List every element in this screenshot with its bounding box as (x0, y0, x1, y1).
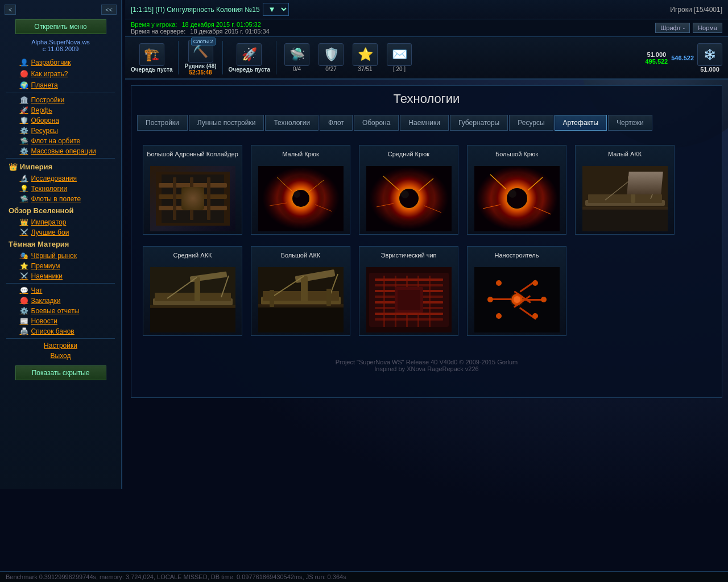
footer-line1: Project "SuperNova.WS" Release 40 V40d0 … (143, 359, 710, 365)
emperor-icon: 👑 (20, 218, 28, 226)
artifact-img-nanobuilder (473, 265, 561, 334)
total-value: 546.522 (671, 55, 694, 61)
queue2-label: Очередь пуста (229, 66, 270, 73)
tab-fleet[interactable]: Флот (320, 115, 353, 131)
sidebar-item-fleet-orbit[interactable]: 🛸 Флот на орбите (15, 136, 106, 146)
sidebar-item-mercenaries[interactable]: ⚔️ Наемники (15, 271, 106, 281)
sidebar-item-planet[interactable]: 🌍 Планета (15, 80, 106, 91)
font-minus-button[interactable]: Шрифт - (655, 23, 690, 33)
sidebar-item-chat[interactable]: 💬 Чат (15, 285, 106, 296)
tab-moon-buildings[interactable]: Лунные постройки (189, 115, 264, 131)
stat3-value: 37/51 (358, 66, 373, 72)
research-icon: 🔬 (20, 174, 28, 182)
tab-buildings[interactable]: Постройки (137, 115, 188, 131)
sidebar-item-best-fights[interactable]: ⚔️ Лучшие бои (15, 227, 106, 238)
svg-rect-48 (155, 293, 231, 301)
colony-name: [1:1:15] (П) Сингулярность Колония №15 (131, 6, 260, 14)
hook-small-visual (258, 166, 344, 231)
svg-rect-4 (159, 206, 227, 210)
page-title: Технологии (137, 92, 716, 106)
sidebar-item-developer[interactable]: 👤 Разработчик (15, 57, 106, 68)
artifact-img-hook-large (473, 164, 561, 232)
artifact-card-hook-large[interactable]: Большой Крюк (467, 145, 566, 235)
sidebar-item-premium[interactable]: ⭐ Премиум (15, 261, 106, 271)
sidebar-item-emperor[interactable]: 👑 Император (15, 217, 106, 227)
colony-dropdown[interactable]: ▼ (263, 3, 289, 16)
artifact-card-hook-medium[interactable]: Средний Крюк (359, 145, 458, 235)
artifact-card-collider[interactable]: Большой Адронный Коллайдер (143, 145, 242, 235)
best-fights-icon: ⚔️ (20, 228, 28, 236)
sidebar-group-dark-matter[interactable]: Тёмная Материя (0, 238, 121, 251)
normal-button[interactable]: Норма (693, 23, 722, 33)
open-menu-button[interactable]: Открепить меню (15, 19, 106, 34)
mine-timer: 52:35:48 (189, 69, 212, 76)
svg-rect-6 (190, 177, 193, 220)
tab-artifacts[interactable]: Артефакты (555, 115, 607, 131)
sidebar-item-buildings[interactable]: 🏛️ Постройки (15, 95, 106, 105)
settings-link[interactable]: Настройки (44, 342, 77, 350)
chip-visual (366, 267, 452, 332)
sidebar-item-battle-reports[interactable]: ⚙️ Боевые отчеты (15, 306, 106, 316)
sidebar-item-research[interactable]: 🔬 Исследования (15, 173, 106, 184)
queue2-item: 🚀 Очередь пуста (229, 43, 270, 73)
artifact-card-hook-small[interactable]: Малый Крюк (251, 145, 350, 235)
artifact-card-nanobuilder[interactable]: Наностроитель (467, 246, 566, 336)
dark-col: ❄️ 51.000 (697, 43, 722, 73)
svg-point-97 (496, 313, 502, 319)
sidebar-item-black-market[interactable]: 🎭 Чёрный рынок (15, 251, 106, 261)
stat4-icon: ✉️ (387, 43, 412, 66)
artifact-card-akk-small-top[interactable]: Малый АКК (575, 145, 675, 235)
artifacts-grid: Большой Адронный Коллайдер (137, 139, 716, 240)
nanobuilder-visual (474, 267, 560, 332)
svg-point-89 (541, 297, 547, 302)
sidebar-group-universe[interactable]: Обзор Вселенной (0, 204, 121, 217)
dark-value: 51.000 (700, 66, 719, 73)
artifact-name-nanobuilder: Наностроитель (493, 247, 541, 264)
show-hidden-button[interactable]: Показать скрытые (15, 365, 106, 380)
buildings-icon: 🏛️ (20, 96, 28, 104)
tab-resources[interactable]: Ресурсы (509, 115, 553, 131)
sidebar-item-defense[interactable]: 🛡️ Оборона (15, 115, 106, 126)
howto-icon: 🔴 (20, 70, 28, 78)
fleet-orbit-icon: 🛸 (20, 137, 28, 145)
right-resources: 51.000 495.522 546.522 ❄️ 51.000 (645, 43, 722, 73)
collapse-left-button[interactable]: < (5, 5, 16, 15)
sidebar-item-shipyard[interactable]: 🚀 Верфь (15, 105, 106, 115)
sidebar-item-resources[interactable]: ⚙️ Ресурсы (15, 126, 106, 136)
sidebar-item-ban-list[interactable]: 🖨️ Список банов (15, 326, 106, 336)
time-display: Время у игрока: 18 декабря 2015 г. 01:05… (131, 21, 270, 35)
svg-rect-54 (150, 305, 235, 308)
tab-governors[interactable]: Губернаторы (450, 115, 508, 131)
collapse-right-button[interactable]: << (101, 5, 117, 15)
queue1-item: 🏗️ Очередь пуста (131, 43, 172, 73)
artifact-card-chip[interactable]: Эвристический чип (359, 246, 458, 336)
artifact-img-hook-small (257, 164, 345, 232)
tab-mercenaries[interactable]: Наемники (400, 115, 449, 131)
username: Alpha.SuperNova.ws (31, 39, 90, 45)
content-panel: Технологии Постройки Лунные постройки Те… (131, 85, 722, 398)
tab-defense[interactable]: Оборона (354, 115, 399, 131)
sidebar-item-bookmarks[interactable]: 🔴 Закладки (15, 296, 106, 306)
akk-large-visual (258, 267, 344, 332)
sidebar-item-fleets-flight[interactable]: 🛸 Флоты в полете (15, 194, 106, 204)
sidebar-group-empire[interactable]: 👑 Империя (0, 160, 121, 173)
artifact-name-akk-small-top: Малый АКК (606, 146, 643, 163)
svg-rect-7 (207, 177, 210, 220)
metal-value: 51.000 (647, 51, 667, 58)
total-col: 546.522 (671, 55, 694, 61)
main-content: [1:1:15] (П) Сингулярность Колония №15 ▼… (125, 0, 728, 565)
sidebar-divider-1 (6, 93, 115, 93)
sidebar-item-technologies[interactable]: 💡 Технологии (15, 184, 106, 194)
res-divider-1 (178, 41, 179, 74)
sidebar-item-news[interactable]: 📰 Новости (15, 316, 106, 326)
tab-blueprints[interactable]: Чертежи (608, 115, 652, 131)
logout-link[interactable]: Выход (51, 352, 71, 360)
sidebar-item-howto[interactable]: 🔴 Как играть? (15, 68, 106, 80)
artifacts-grid-row2: Средний АКК (137, 240, 716, 342)
artifact-card-akk-large[interactable]: Большой АКК (251, 246, 350, 336)
colony-selector: [1:1:15] (П) Сингулярность Колония №15 ▼ (131, 3, 289, 16)
artifact-card-akk-medium[interactable]: Средний АКК (143, 246, 242, 336)
tab-technologies[interactable]: Технологии (265, 115, 318, 131)
sidebar-item-mass-ops[interactable]: ⚙️ Массовые операции (15, 146, 106, 156)
mine-label: Рудник (48) (184, 63, 216, 69)
